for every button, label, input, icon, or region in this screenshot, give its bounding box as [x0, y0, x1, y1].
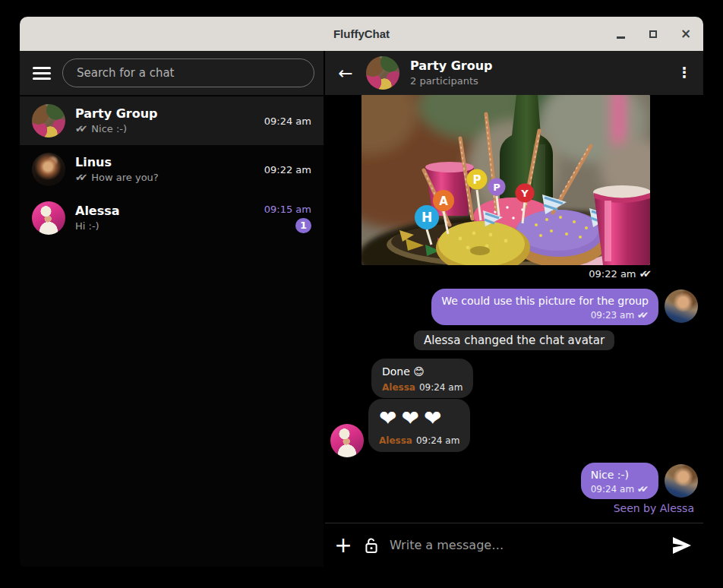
- chat-title: Party Group: [410, 59, 665, 73]
- close-icon: ×: [680, 27, 691, 40]
- search-input[interactable]: [63, 66, 314, 80]
- sidebar-header: [20, 51, 324, 95]
- encryption-lock-icon: [364, 537, 379, 554]
- close-button[interactable]: ×: [679, 27, 693, 41]
- peer-message-bubble[interactable]: ❤❤❤ Alessa09:24 am: [368, 399, 470, 452]
- svg-text:H: H: [421, 210, 432, 225]
- chat-list-sidebar: Party Group ✔✔ Nice :-) 09:24 am: [20, 51, 324, 567]
- alessa-avatar[interactable]: [330, 424, 364, 457]
- chat-header: ← Party Group 2 participants ⋮: [325, 51, 703, 95]
- seen-by-label: Seen by Alessa: [614, 502, 694, 514]
- chat-preview: Hi :-): [75, 220, 254, 232]
- chat-header-avatar[interactable]: [366, 56, 399, 90]
- maximize-icon: [649, 30, 657, 38]
- chat-panel: ← Party Group 2 participants ⋮: [324, 51, 703, 567]
- message-timeline: H A P P Y 09:2: [325, 95, 703, 523]
- minimize-icon: [617, 36, 625, 39]
- svg-text:Y: Y: [520, 188, 529, 199]
- window-title: FluffyChat: [333, 27, 390, 40]
- chat-name: Party Group: [75, 107, 254, 121]
- own-avatar[interactable]: [665, 289, 698, 323]
- chat-time: 09:15 am: [264, 204, 311, 215]
- message-text-hearts: ❤❤❤: [379, 405, 459, 432]
- own-avatar[interactable]: [665, 464, 698, 498]
- message-meta: Alessa09:24 am: [382, 381, 463, 394]
- send-icon[interactable]: [672, 537, 692, 554]
- chat-time: 09:24 am: [264, 115, 311, 127]
- message-text: Done 😊: [382, 365, 463, 379]
- message-text: We could use this picture for the group: [441, 294, 649, 308]
- desktop-background: FluffyChat ×: [0, 0, 723, 588]
- message-input[interactable]: [390, 538, 661, 552]
- menu-icon[interactable]: [33, 67, 51, 80]
- chat-row-alessa[interactable]: Alessa Hi :-) 09:15 am 1: [20, 194, 324, 242]
- sender-name: Alessa: [382, 382, 415, 393]
- window-controls: ×: [614, 17, 693, 51]
- read-receipt-icon: ✔✔: [637, 309, 649, 321]
- message-time: 09:24 am ✔✔: [591, 483, 649, 495]
- unread-count-badge: 1: [295, 218, 311, 233]
- chat-participants: 2 participants: [410, 75, 665, 87]
- peer-message-bubble[interactable]: Done 😊 Alessa09:24 am: [371, 359, 473, 398]
- read-receipt-icon: ✔✔: [639, 268, 652, 280]
- own-message-bubble[interactable]: We could use this picture for the group …: [431, 289, 658, 325]
- read-receipt-icon: ✔✔: [637, 483, 649, 495]
- linus-avatar: [32, 153, 65, 186]
- minimize-button[interactable]: [614, 27, 627, 41]
- message-text: Nice :-): [591, 468, 649, 482]
- chat-preview: ✔✔ Nice :-): [75, 123, 254, 134]
- add-attachment-icon[interactable]: +: [333, 535, 353, 556]
- svg-text:P: P: [493, 182, 500, 193]
- svg-text:P: P: [473, 173, 481, 187]
- read-receipt-icon: ✔✔: [75, 123, 87, 134]
- svg-text:A: A: [439, 194, 448, 208]
- message-time: 09:23 am ✔✔: [441, 309, 649, 321]
- overflow-menu-icon[interactable]: ⋮: [676, 68, 693, 77]
- alessa-avatar: [32, 201, 65, 235]
- chat-preview: ✔✔ How are you?: [75, 172, 254, 183]
- image-message-time: 09:22 am ✔✔: [589, 268, 652, 280]
- maximize-button[interactable]: [646, 27, 660, 41]
- message-composer: +: [325, 523, 703, 567]
- read-receipt-icon: ✔✔: [75, 172, 87, 183]
- search-field: [62, 58, 314, 87]
- image-message-party-photo[interactable]: H A P P Y: [362, 95, 650, 265]
- chat-row-party-group[interactable]: Party Group ✔✔ Nice :-) 09:24 am: [20, 96, 324, 145]
- own-message-bubble[interactable]: Nice :-) 09:24 am ✔✔: [581, 463, 658, 499]
- app-window: FluffyChat ×: [20, 17, 703, 567]
- message-meta: Alessa09:24 am: [379, 435, 459, 447]
- back-icon[interactable]: ←: [336, 65, 355, 82]
- chat-time: 09:22 am: [264, 164, 311, 175]
- sender-name: Alessa: [379, 435, 412, 446]
- window-titlebar: FluffyChat ×: [20, 17, 703, 51]
- chat-list: Party Group ✔✔ Nice :-) 09:24 am: [20, 95, 324, 567]
- party-group-avatar: [32, 104, 65, 138]
- chat-name: Alessa: [75, 204, 254, 218]
- chat-name: Linus: [75, 156, 254, 169]
- chat-row-linus[interactable]: Linus ✔✔ How are you? 09:22 am: [20, 145, 324, 194]
- status-message: Alessa changed the chat avatar: [414, 330, 614, 350]
